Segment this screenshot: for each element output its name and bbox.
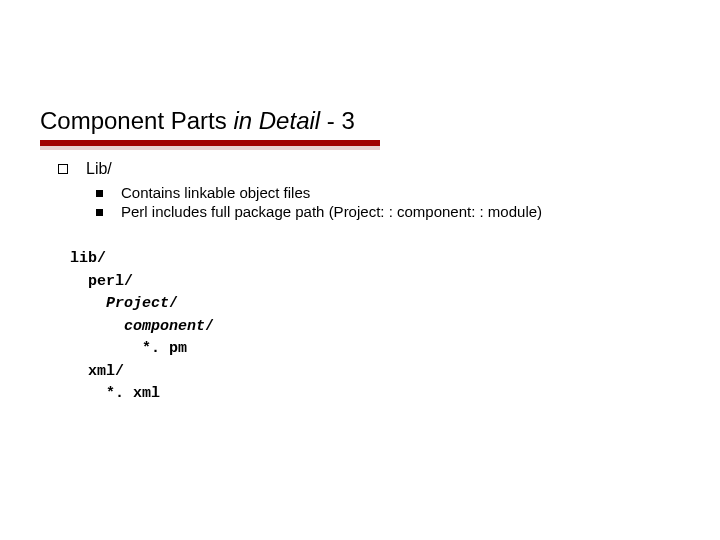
title-underline bbox=[40, 140, 680, 150]
code-plain: / bbox=[205, 318, 214, 335]
slide-title: Component Parts in Detail - 3 bbox=[40, 108, 680, 134]
title-part-italic: in Detail bbox=[233, 107, 320, 134]
level2-text-1: Perl includes full package path (Project… bbox=[121, 203, 542, 220]
code-line: *. pm bbox=[70, 338, 690, 361]
slide: Component Parts in Detail - 3 Lib/ Conta… bbox=[0, 0, 720, 540]
open-square-bullet-icon bbox=[58, 164, 68, 174]
title-part-1: Component Parts bbox=[40, 107, 233, 134]
title-part-2: - 3 bbox=[320, 107, 355, 134]
underline-shadow-bar bbox=[40, 146, 380, 150]
slide-body: Lib/ Contains linkable object files Perl… bbox=[40, 160, 690, 406]
code-plain: / bbox=[169, 295, 178, 312]
code-line: xml/ bbox=[70, 361, 690, 384]
solid-square-bullet-icon bbox=[96, 190, 103, 197]
code-line: *. xml bbox=[70, 383, 690, 406]
code-italic: component bbox=[70, 318, 205, 335]
code-line: Project/ bbox=[70, 293, 690, 316]
code-line: lib/ bbox=[70, 248, 690, 271]
code-line: component/ bbox=[70, 316, 690, 339]
bullet-level2: Contains linkable object files bbox=[40, 184, 690, 201]
title-block: Component Parts in Detail - 3 bbox=[40, 108, 680, 150]
code-italic: Project bbox=[70, 295, 169, 312]
bullet-level2: Perl includes full package path (Project… bbox=[40, 203, 690, 220]
code-line: perl/ bbox=[70, 271, 690, 294]
code-block: lib/ perl/ Project/ component/ *. pm xml… bbox=[70, 248, 690, 406]
level1-text: Lib/ bbox=[86, 160, 112, 178]
solid-square-bullet-icon bbox=[96, 209, 103, 216]
level2-text-0: Contains linkable object files bbox=[121, 184, 310, 201]
bullet-level1: Lib/ bbox=[40, 160, 690, 178]
